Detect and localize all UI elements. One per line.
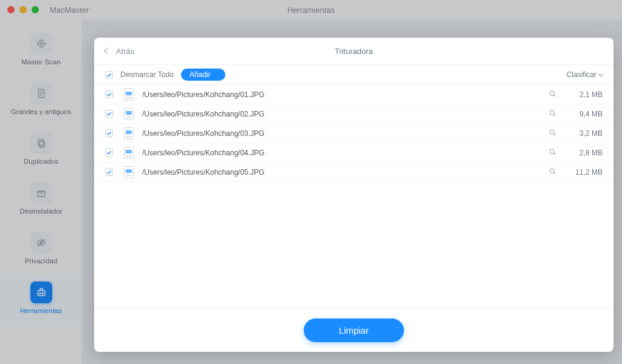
file-icon [124,127,134,140]
file-path: /Users/leo/Pictures/Kohchang/04.JPG [142,149,545,157]
row-checkbox[interactable] [105,129,113,137]
search-icon [549,167,556,175]
row-checkbox[interactable] [105,168,113,176]
file-icon [124,166,134,178]
svg-line-23 [553,133,555,135]
svg-point-26 [550,169,554,173]
chevron-left-icon [104,47,111,54]
file-path: /Users/leo/Pictures/Kohchang/01.JPG [142,90,545,99]
file-icon [124,108,134,120]
master-checkbox[interactable] [105,71,113,79]
file-list: /Users/leo/Pictures/Kohchang/01.JPG2,1 M… [94,85,613,308]
deselect-all-label[interactable]: Desmarcar Todo [120,70,174,79]
file-size: 2,8 MB [559,149,603,157]
modal-header: Atrás Trituradora [94,38,613,64]
file-size: 2,1 MB [559,90,603,99]
reveal-button[interactable] [545,90,559,99]
file-size: 3,2 MB [559,129,603,138]
search-icon [549,129,556,136]
sort-label: Clasificar [567,70,596,79]
file-row[interactable]: /Users/leo/Pictures/Kohchang/01.JPG2,1 M… [94,85,613,104]
svg-point-20 [550,110,554,115]
search-icon [549,109,556,117]
file-path: /Users/leo/Pictures/Kohchang/03.JPG [142,129,545,138]
add-button[interactable]: Añadir [181,69,225,81]
file-row[interactable]: /Users/leo/Pictures/Kohchang/03.JPG3,2 M… [94,124,613,143]
sort-button[interactable]: Clasificar [567,70,603,79]
file-path: /Users/leo/Pictures/Kohchang/05.JPG [142,168,545,177]
modal-title: Trituradora [94,47,613,56]
search-icon [549,90,556,98]
modal-footer: Limpiar [94,308,613,352]
svg-line-27 [553,172,555,174]
check-icon [106,111,112,116]
clean-button[interactable]: Limpiar [304,318,404,342]
reveal-button[interactable] [545,109,559,119]
svg-point-24 [550,149,554,153]
file-icon [124,147,134,159]
reveal-button[interactable] [545,167,559,177]
svg-point-18 [550,91,554,95]
app-window: MacMaster Herramientas Master ScanGrande… [0,0,622,364]
check-icon [106,72,112,78]
file-size: 9,4 MB [559,110,603,118]
back-button[interactable]: Atrás [105,47,134,56]
reveal-button[interactable] [545,129,559,138]
file-size: 11,2 MB [559,168,603,177]
row-checkbox[interactable] [105,90,113,98]
svg-line-19 [553,95,555,96]
file-row[interactable]: /Users/leo/Pictures/Kohchang/05.JPG11,2 … [94,163,613,182]
svg-point-22 [550,130,554,134]
modal-toolbar: Desmarcar Todo Añadir Clasificar [94,64,613,85]
file-icon [124,89,134,101]
file-row[interactable]: /Users/leo/Pictures/Kohchang/02.JPG9,4 M… [94,104,613,124]
chevron-down-icon [598,72,603,76]
row-checkbox[interactable] [105,149,113,157]
shredder-modal: Atrás Trituradora Desmarcar Todo Añadir … [94,38,613,352]
svg-line-25 [553,153,555,155]
check-icon [106,169,112,175]
check-icon [106,130,112,136]
svg-line-21 [553,114,555,116]
reveal-button[interactable] [545,148,559,158]
file-row[interactable]: /Users/leo/Pictures/Kohchang/04.JPG2,8 M… [94,143,613,163]
search-icon [549,148,556,156]
check-icon [106,150,112,155]
file-path: /Users/leo/Pictures/Kohchang/02.JPG [142,110,545,118]
row-checkbox[interactable] [105,110,113,118]
check-icon [106,92,112,97]
back-label: Atrás [116,47,134,56]
